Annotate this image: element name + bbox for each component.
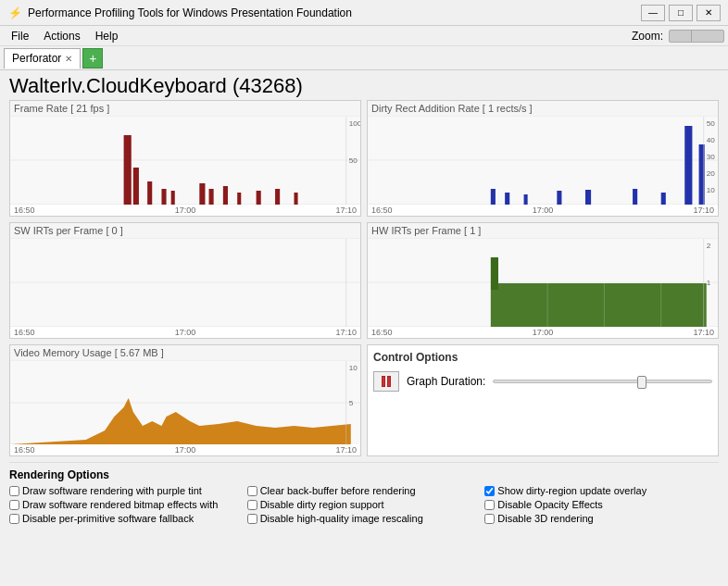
svg-rect-23 xyxy=(524,194,528,205)
checkbox-item-6[interactable]: Disable per-primitive software fallback xyxy=(9,513,244,524)
svg-rect-25 xyxy=(585,190,591,205)
svg-rect-8 xyxy=(199,183,205,205)
hw-irt-label: HW IRTs per Frame [ 1 ] xyxy=(368,223,718,239)
page-title: Walterlv.CloudKeyboard (43268) xyxy=(0,70,728,100)
checkboxes-grid: Draw software rendering with purple tint… xyxy=(9,485,719,524)
menu-actions[interactable]: Actions xyxy=(36,28,87,44)
bottom-row: Video Memory Usage [ 5.67 MB ] 10 5 16:5… xyxy=(9,344,719,456)
sw-irt-chart xyxy=(10,239,360,327)
checkbox-item-0[interactable]: Draw software rendering with purple tint xyxy=(9,485,244,496)
svg-rect-26 xyxy=(633,189,637,205)
checkbox-1[interactable] xyxy=(247,486,257,496)
app-icon: ⚡ xyxy=(7,6,22,20)
checkbox-item-2[interactable]: Show dirty-region update overlay xyxy=(484,485,719,496)
zoom-label: Zoom: xyxy=(632,30,663,43)
add-tab-button[interactable]: + xyxy=(82,48,103,69)
svg-rect-21 xyxy=(491,189,496,205)
svg-rect-10 xyxy=(223,186,228,205)
svg-text:50: 50 xyxy=(707,119,716,128)
sw-irt-panel: SW IRTs per Frame [ 0 ] 16:5017:0017:10 xyxy=(9,222,361,339)
svg-rect-5 xyxy=(147,181,152,205)
checkbox-item-1[interactable]: Clear back-buffer before rendering xyxy=(247,485,482,496)
control-options-title: Control Options xyxy=(373,351,712,364)
hw-irt-x-labels: 16:5017:0017:10 xyxy=(368,327,718,338)
svg-rect-28 xyxy=(684,126,692,205)
svg-rect-24 xyxy=(557,191,561,205)
duration-slider-thumb xyxy=(637,376,646,389)
svg-text:2: 2 xyxy=(707,242,711,250)
svg-text:50: 50 xyxy=(349,156,358,165)
sw-irt-label: SW IRTs per Frame [ 0 ] xyxy=(10,223,360,239)
control-options-panel: Control Options Graph Duration: xyxy=(367,344,719,456)
close-button[interactable]: ✕ xyxy=(697,5,721,21)
svg-text:10: 10 xyxy=(707,186,716,194)
svg-text:100: 100 xyxy=(349,119,360,128)
dirty-rect-panel: Dirty Rect Addition Rate [ 1 rects/s ] xyxy=(367,100,719,217)
svg-rect-3 xyxy=(124,135,132,205)
checkbox-2[interactable] xyxy=(484,486,495,496)
pause-bar-left xyxy=(382,376,385,387)
checkbox-item-7[interactable]: Disable high-quality image rescaling xyxy=(247,513,482,524)
pause-button[interactable] xyxy=(373,371,399,392)
dirty-rect-chart: 50 40 30 20 10 xyxy=(368,117,718,205)
frame-rate-chart: 100 50 xyxy=(10,117,360,205)
svg-rect-22 xyxy=(505,193,509,205)
minimize-button[interactable]: — xyxy=(641,5,665,21)
duration-slider[interactable] xyxy=(493,380,712,383)
zoom-area: Zoom: xyxy=(632,30,724,43)
rendering-options: Rendering Options Draw software renderin… xyxy=(9,462,719,524)
video-mem-chart: 10 5 xyxy=(10,361,360,444)
zoom-slider[interactable] xyxy=(669,30,724,43)
title-bar: ⚡ Performance Profiling Tools for Window… xyxy=(0,0,728,26)
frame-rate-panel: Frame Rate [ 21 fps ] xyxy=(9,100,361,217)
checkbox-0[interactable] xyxy=(9,486,19,496)
checkbox-5[interactable] xyxy=(484,500,495,510)
tab-close-icon[interactable]: ✕ xyxy=(65,54,72,64)
svg-rect-0 xyxy=(10,117,360,205)
svg-rect-9 xyxy=(209,189,214,205)
maximize-button[interactable]: □ xyxy=(669,5,693,21)
sw-irt-x-labels: 16:5017:0017:10 xyxy=(10,327,360,338)
dirty-rect-x-labels: 16:5017:0017:10 xyxy=(368,205,718,216)
svg-rect-12 xyxy=(257,191,261,205)
svg-rect-14 xyxy=(294,193,297,205)
menu-file[interactable]: File xyxy=(4,28,36,44)
hw-irt-chart: 2 1 xyxy=(368,239,718,327)
checkbox-4[interactable] xyxy=(247,500,257,510)
rendering-options-title: Rendering Options xyxy=(9,468,719,481)
tab-perforator[interactable]: Perforator ✕ xyxy=(4,48,81,69)
menu-help[interactable]: Help xyxy=(88,28,126,44)
frame-rate-label: Frame Rate [ 21 fps ] xyxy=(10,101,360,117)
graph-duration-row: Graph Duration: xyxy=(373,371,712,392)
video-mem-x-labels: 16:5017:0017:10 xyxy=(10,444,360,455)
svg-text:20: 20 xyxy=(707,169,716,178)
video-mem-label: Video Memory Usage [ 5.67 MB ] xyxy=(10,345,360,361)
svg-rect-13 xyxy=(275,189,280,205)
svg-rect-11 xyxy=(237,193,241,205)
svg-rect-43 xyxy=(491,290,498,327)
svg-rect-18 xyxy=(368,117,718,205)
graph-duration-label: Graph Duration: xyxy=(407,375,485,388)
checkbox-8[interactable] xyxy=(484,514,495,524)
svg-rect-44 xyxy=(498,283,707,327)
checkbox-item-5[interactable]: Disable Opacity Effects xyxy=(484,499,719,510)
svg-text:40: 40 xyxy=(707,136,716,144)
checkbox-item-4[interactable]: Disable dirty region support xyxy=(247,499,482,510)
svg-text:1: 1 xyxy=(707,279,711,287)
tabs-bar: Perforator ✕ + xyxy=(0,46,728,70)
dirty-rect-label: Dirty Rect Addition Rate [ 1 rects/s ] xyxy=(368,101,718,117)
checkbox-item-3[interactable]: Draw software rendered bitmap effects wi… xyxy=(9,499,244,510)
svg-text:5: 5 xyxy=(349,399,354,407)
checkbox-6[interactable] xyxy=(9,514,19,524)
window-title: Performance Profiling Tools for Windows … xyxy=(28,6,641,19)
content-area: Frame Rate [ 21 fps ] xyxy=(0,100,728,528)
pause-bar-right xyxy=(387,376,391,387)
svg-text:10: 10 xyxy=(349,364,358,372)
tab-label: Perforator xyxy=(12,52,61,65)
svg-rect-45 xyxy=(491,257,498,290)
checkbox-item-8[interactable]: Disable 3D rendering xyxy=(484,513,719,524)
checkbox-3[interactable] xyxy=(9,500,19,510)
svg-rect-27 xyxy=(661,193,666,205)
svg-rect-4 xyxy=(133,168,139,205)
checkbox-7[interactable] xyxy=(247,514,257,524)
